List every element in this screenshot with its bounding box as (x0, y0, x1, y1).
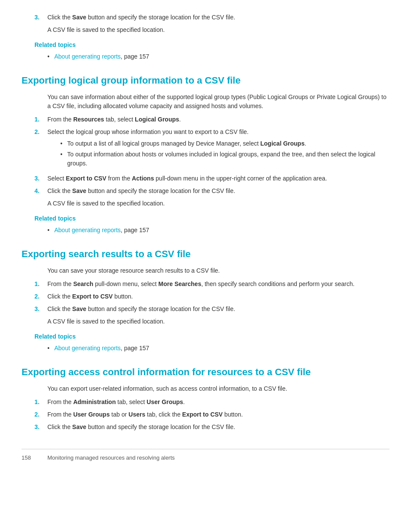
related-list: About generating reports, page 157 (22, 226, 389, 235)
related-list: About generating reports, page 157 (22, 344, 389, 353)
step-item: 4. Click the Save button and specify the… (22, 187, 389, 196)
related-topics-heading: Related topics (22, 332, 389, 341)
related-link[interactable]: About generating reports (54, 345, 121, 352)
result-text: A CSV file is saved to the specified loc… (22, 25, 389, 34)
related-list-item: About generating reports, page 157 (47, 226, 389, 235)
step-item: 2. Select the logical group whose inform… (22, 128, 389, 171)
step-item: 2. From the User Groups tab or Users tab… (22, 410, 389, 419)
step-text: From the User Groups tab or Users tab, c… (47, 410, 389, 419)
step-number: 4. (34, 187, 47, 196)
section-search-results: Exporting search results to a CSV file Y… (22, 247, 389, 353)
step-item: 1. From the Administration tab, select U… (22, 398, 389, 407)
section-intro-access-control: You can export user-related information,… (22, 384, 389, 393)
step-item: 3. Click the Save button and specify the… (22, 13, 389, 22)
related-link[interactable]: About generating reports (54, 227, 121, 233)
step-number: 1. (34, 280, 47, 289)
step-text: Select Export to CSV from the Actions pu… (47, 174, 389, 183)
intro-section: 3. Click the Save button and specify the… (22, 13, 389, 61)
result-text: A CSV file is saved to the specified loc… (22, 199, 389, 208)
section-heading-access-control: Exporting access control information for… (22, 365, 389, 379)
step-text: Click the Save button and specify the st… (47, 187, 389, 196)
related-list: About generating reports, page 157 (22, 52, 389, 61)
related-topics-heading: Related topics (22, 40, 389, 50)
step-text: From the Resources tab, select Logical G… (47, 115, 389, 124)
section-intro-search: You can save your storage resource searc… (22, 266, 389, 275)
step-number: 1. (34, 115, 47, 124)
sub-list-item: To output information about hosts or vol… (60, 150, 389, 168)
step-item: 3. Click the Save button and specify the… (22, 305, 389, 314)
section-logical-group: Exporting logical group information to a… (22, 73, 389, 235)
result-text: A CSV file is saved to the specified loc… (22, 317, 389, 326)
step-item: 1. From the Resources tab, select Logica… (22, 115, 389, 124)
step-item: 3. Click the Save button and specify the… (22, 423, 389, 432)
step-number: 3. (34, 13, 47, 22)
section-heading-logical-group: Exporting logical group information to a… (22, 73, 389, 87)
step-item: 3. Select Export to CSV from the Actions… (22, 174, 389, 183)
step-number: 2. (34, 410, 47, 419)
step-number: 2. (34, 128, 47, 171)
footer: 158 Monitoring managed resources and res… (22, 449, 389, 462)
section-heading-search: Exporting search results to a CSV file (22, 247, 389, 261)
step-item: 1. From the Search pull-down menu, selec… (22, 280, 389, 289)
step-text: Click the Save button and specify the st… (47, 305, 389, 314)
section-access-control: Exporting access control information for… (22, 365, 389, 432)
section-intro-logical-group: You can save information about either of… (22, 93, 389, 111)
footer-text: Monitoring managed resources and resolvi… (47, 454, 175, 462)
step-text: From the Search pull-down menu, select M… (47, 280, 389, 289)
sub-list: To output a list of all logical groups m… (47, 139, 389, 168)
step-text: Click the Save button and specify the st… (47, 13, 389, 22)
step-text: Click the Export to CSV button. (47, 292, 389, 301)
page-content: 3. Click the Save button and specify the… (22, 13, 389, 462)
step-item: 2. Click the Export to CSV button. (22, 292, 389, 301)
related-list-item: About generating reports, page 157 (47, 344, 389, 353)
step-number: 2. (34, 292, 47, 301)
step-text: From the Administration tab, select User… (47, 398, 389, 407)
step-number: 3. (34, 174, 47, 183)
step-text: Click the Save button and specify the st… (47, 423, 389, 432)
step-number: 3. (34, 305, 47, 314)
related-list-item: About generating reports, page 157 (47, 52, 389, 61)
step-number: 3. (34, 423, 47, 432)
sub-list-item: To output a list of all logical groups m… (60, 139, 389, 148)
footer-page-number: 158 (22, 454, 39, 462)
step-text: Select the logical group whose informati… (47, 128, 389, 171)
related-link[interactable]: About generating reports (54, 53, 121, 60)
related-topics-heading: Related topics (22, 214, 389, 223)
step-number: 1. (34, 398, 47, 407)
